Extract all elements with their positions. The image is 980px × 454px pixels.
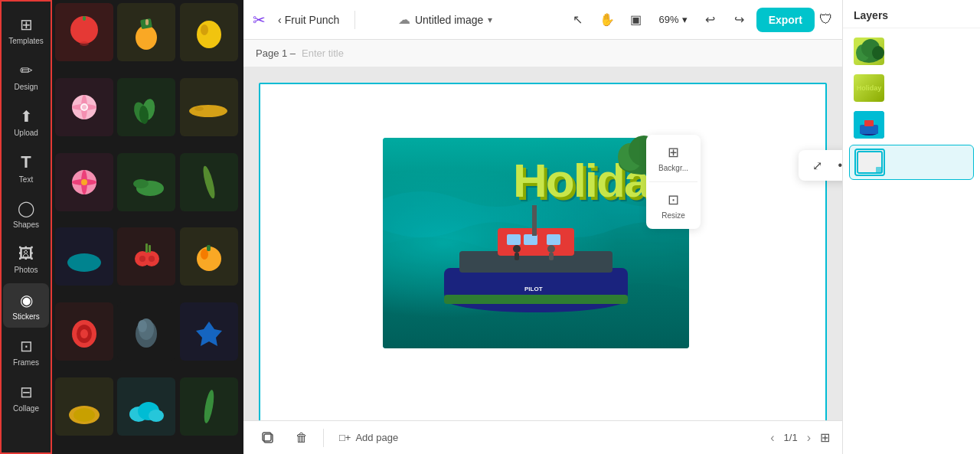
svg-point-24 xyxy=(203,165,215,199)
zoom-chevron-icon: ▾ xyxy=(682,14,688,25)
sidebar-item-shapes[interactable]: ◯ Shapes xyxy=(3,191,49,236)
layer-item-frame[interactable] xyxy=(849,145,974,180)
svg-point-17 xyxy=(194,106,204,111)
sidebar-item-collage[interactable]: ⊟ Collage xyxy=(3,375,49,420)
sticker-item[interactable] xyxy=(180,377,238,436)
svg-point-12 xyxy=(82,105,87,109)
sidebar-item-photos[interactable]: 🖼 Photos xyxy=(3,237,49,282)
svg-rect-5 xyxy=(145,19,149,25)
svg-point-28 xyxy=(139,256,145,262)
upload-icon: ⬆ xyxy=(20,107,33,126)
back-button[interactable]: ‹ Fruit Punch xyxy=(272,11,345,29)
shield-icon: 🛡 xyxy=(819,11,833,28)
svg-rect-78 xyxy=(876,167,882,173)
cloud-icon: ☁ xyxy=(398,12,410,27)
sidebar-item-text[interactable]: T Text xyxy=(3,145,49,190)
frame-tool-button[interactable]: ▣ xyxy=(624,8,648,32)
layers-panel-title: Layers xyxy=(843,0,980,28)
sticker-item[interactable] xyxy=(180,302,238,361)
next-page-button[interactable]: › xyxy=(804,428,814,448)
svg-point-43 xyxy=(74,408,95,422)
prev-page-button[interactable]: ‹ xyxy=(767,428,777,448)
sticker-item[interactable] xyxy=(55,227,113,286)
svg-point-37 xyxy=(80,329,88,338)
copy-icon xyxy=(261,431,275,445)
sticker-item[interactable] xyxy=(117,227,175,286)
background-icon: ⊞ xyxy=(668,144,679,161)
add-page-button[interactable]: □+ Add page xyxy=(333,429,404,446)
sticker-item[interactable] xyxy=(55,78,113,136)
layer-item-holiday[interactable]: Holiday xyxy=(849,71,974,105)
layers-list: Holiday xyxy=(843,28,980,186)
sticker-item[interactable] xyxy=(55,3,113,61)
frames-icon: ⊡ xyxy=(20,337,33,355)
templates-icon: ⊞ xyxy=(20,15,33,34)
sticker-item[interactable] xyxy=(117,377,175,436)
canvas-area[interactable]: ⤢ ••• ⊞ Backgr... ⊡ Resize xyxy=(243,67,842,420)
background-button[interactable]: ⊞ Backgr... xyxy=(649,138,697,178)
rfp-divider xyxy=(649,181,697,182)
svg-point-1 xyxy=(80,41,89,46)
sticker-item[interactable] xyxy=(180,3,238,61)
sticker-item[interactable] xyxy=(55,302,113,361)
svg-point-40 xyxy=(138,320,147,332)
export-button[interactable]: Export xyxy=(756,8,815,32)
sticker-item[interactable] xyxy=(117,153,175,211)
svg-rect-31 xyxy=(149,245,151,253)
design-icon: ✏ xyxy=(20,61,33,80)
canvas-frame[interactable]: PILOT Holiday xyxy=(259,83,827,420)
sticker-item[interactable] xyxy=(117,302,175,361)
file-name-label: Untitled image xyxy=(415,14,484,26)
svg-rect-54 xyxy=(524,234,537,245)
svg-point-16 xyxy=(189,105,227,117)
hand-tool-button[interactable]: ✋ xyxy=(595,8,619,32)
svg-point-21 xyxy=(81,179,87,185)
file-name-area: ☁ Untitled image ▾ xyxy=(398,12,493,27)
svg-point-71 xyxy=(872,46,884,60)
sticker-item[interactable] xyxy=(117,78,175,136)
sticker-item[interactable] xyxy=(180,227,238,286)
svg-marker-41 xyxy=(196,322,222,346)
topbar: ✂ ‹ Fruit Punch ☁ Untitled image ▾ ↖ ✋ ▣… xyxy=(243,0,842,40)
delete-page-button[interactable]: 🗑 xyxy=(289,426,314,450)
page-nav: ‹ 1/1 › ⊞ xyxy=(767,428,830,448)
svg-point-6 xyxy=(197,21,221,48)
cursor-tool-button[interactable]: ↖ xyxy=(566,8,590,32)
sidebar-item-templates[interactable]: ⊞ Templates xyxy=(3,8,49,52)
resize-icon: ⊡ xyxy=(668,191,679,208)
svg-point-58 xyxy=(513,245,521,253)
undo-button[interactable]: ↩ xyxy=(698,8,723,32)
svg-rect-30 xyxy=(145,243,148,253)
sticker-item[interactable] xyxy=(180,153,238,211)
file-name-chevron[interactable]: ▾ xyxy=(488,15,492,25)
photos-icon: 🖼 xyxy=(18,245,34,263)
fullscreen-button[interactable]: ⊞ xyxy=(820,430,830,445)
page-label: Page 1 – xyxy=(256,47,296,59)
sidebar-item-stickers[interactable]: ◉ Stickers xyxy=(3,283,49,328)
sticker-item[interactable] xyxy=(117,3,175,61)
layer-item-photo[interactable] xyxy=(849,108,974,142)
svg-point-7 xyxy=(201,24,208,35)
sticker-item[interactable] xyxy=(180,78,238,136)
sidebar-item-design[interactable]: ✏ Design xyxy=(3,54,49,98)
svg-point-23 xyxy=(133,179,149,188)
zoom-control[interactable]: 69% ▾ xyxy=(653,11,694,28)
canva-logo[interactable]: ✂ xyxy=(253,11,266,29)
more-options-button[interactable]: ••• xyxy=(832,153,842,178)
svg-rect-56 xyxy=(532,205,537,236)
expand-element-button[interactable]: ⤢ xyxy=(805,153,829,178)
svg-rect-55 xyxy=(547,234,560,245)
sticker-item[interactable] xyxy=(55,153,113,211)
svg-rect-53 xyxy=(507,234,521,245)
svg-point-60 xyxy=(547,245,555,253)
resize-button[interactable]: ⊡ Resize xyxy=(649,185,697,226)
sidebar-item-upload[interactable]: ⬆ Upload xyxy=(3,100,49,144)
sticker-item[interactable] xyxy=(55,377,113,436)
layer-item-cloud[interactable] xyxy=(849,34,974,68)
copy-page-button[interactable] xyxy=(256,426,280,450)
sidebar-item-frames[interactable]: ⊡ Frames xyxy=(3,329,49,374)
redo-button[interactable]: ↪ xyxy=(727,8,752,32)
page-title-input[interactable] xyxy=(302,47,394,59)
bottom-bar: 🗑 □+ Add page ‹ 1/1 › ⊞ xyxy=(243,420,842,454)
layers-panel: Layers Holiday xyxy=(842,0,980,454)
